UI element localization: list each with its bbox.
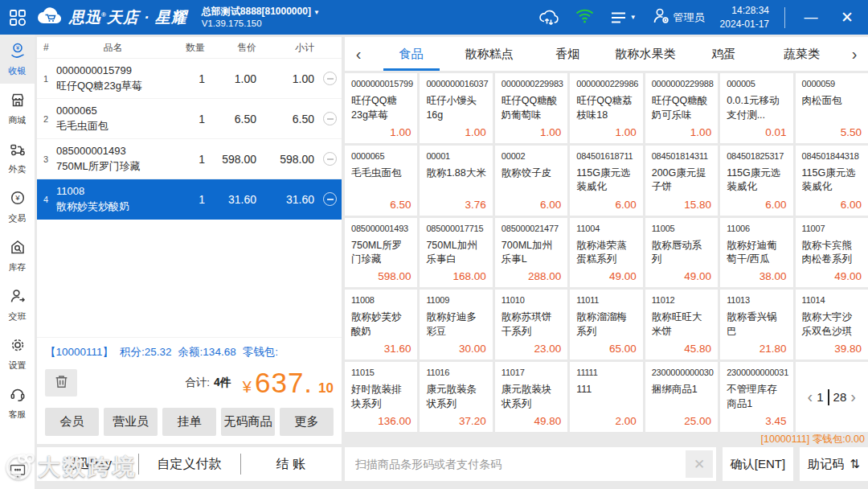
product-card[interactable]: 085000021477 700ML加州乐事L 288.00 xyxy=(495,218,567,288)
cart-row[interactable]: 1 0000000015799 旺仔QQ糖23g草莓 1 1.00 1.00 xyxy=(37,59,342,99)
sidebar-item-inventory[interactable]: 库存 xyxy=(0,231,35,280)
product-card[interactable]: 0000000229988 旺仔QQ糖酸奶可乐味 1.00 xyxy=(645,73,718,143)
product-card[interactable]: 11015 好时散装排块系列 136.00 xyxy=(345,362,417,432)
product-code: 0000000229983 xyxy=(502,79,561,88)
sidebar-item-shift[interactable]: 交班 xyxy=(0,280,35,329)
clear-cart-button[interactable] xyxy=(45,369,77,397)
remove-item-icon[interactable] xyxy=(323,72,337,85)
category-tab[interactable]: 散称水果类 xyxy=(607,37,685,71)
product-card[interactable]: 11017 康元散装块状系列 49.80 xyxy=(495,362,567,432)
product-card[interactable]: 085000001493 750ML所罗门珍藏 598.00 xyxy=(345,218,417,288)
product-card[interactable]: 0000065 毛毛虫面包 6.50 xyxy=(345,146,417,216)
remove-item-icon[interactable] xyxy=(323,112,337,125)
product-card[interactable]: 000005 0.0.1元移动支付测... 0.01 xyxy=(720,73,792,143)
category-tab[interactable]: 散称糕点 xyxy=(450,37,528,71)
product-card[interactable]: 11016 康元散装条状系列 37.20 xyxy=(420,362,492,432)
product-card[interactable]: 0000000229986 旺仔QQ糖荔枝味18 1.00 xyxy=(570,73,642,143)
product-code: 2300000000031 xyxy=(727,368,786,377)
time-label: 14:28:34 xyxy=(720,4,769,17)
action-button[interactable]: 营业员 xyxy=(104,408,158,436)
remove-item-icon[interactable] xyxy=(323,192,337,206)
product-card[interactable]: 11008 散称妙芙炒酸奶 31.60 xyxy=(345,290,417,360)
page-next-icon[interactable]: › xyxy=(850,388,856,406)
action-button[interactable]: 挂单 xyxy=(162,408,216,436)
product-card[interactable]: 11009 散称好迪多彩豆 30.00 xyxy=(420,290,492,360)
tabs-next-icon[interactable]: › xyxy=(841,37,868,71)
product-card[interactable]: 11014 散称大宇沙乐双色沙琪 39.80 xyxy=(796,290,868,360)
action-button[interactable]: 会员 xyxy=(45,408,99,436)
cart-row[interactable]: 2 0000065 毛毛虫面包 1 6.50 6.50 xyxy=(37,99,342,139)
product-name: 散称港荣蒸蛋糕系列 xyxy=(576,239,636,267)
product-card[interactable]: 11111 111 2.00 xyxy=(570,362,642,432)
remove-item-icon[interactable] xyxy=(323,152,337,166)
product-card[interactable]: 0000000229983 旺仔QQ糖酸奶葡萄味 1.00 xyxy=(495,73,567,143)
clear-input-icon[interactable]: ✕ xyxy=(686,450,713,478)
product-card[interactable]: 11006 散称好迪葡萄干/西瓜 38.00 xyxy=(720,218,792,288)
sidebar-item-settings[interactable]: 设置 xyxy=(0,329,35,378)
product-name: 散称旺旺大米饼 xyxy=(652,310,711,339)
category-tab[interactable]: 蔬菜类 xyxy=(763,37,841,71)
store-selector[interactable]: 总部测试8888[81000000]▼ V1.39.175.150 xyxy=(202,6,320,29)
product-card[interactable]: 084501814311 200G康元提子饼 15.80 xyxy=(645,146,718,216)
sidebar-item-trade[interactable]: ¥ 交易 xyxy=(0,182,35,231)
cart-panel: # 品名 数量 售价 小计 1 0000000015799 旺仔QQ糖23g草莓… xyxy=(37,37,342,444)
product-card[interactable]: 11011 散称溜溜梅系列 65.00 xyxy=(570,290,642,360)
sidebar-item-cashier[interactable]: ¥ 收银 xyxy=(0,35,35,84)
product-card[interactable]: 084501825317 115G康元选装威化 6.00 xyxy=(720,146,792,216)
category-tab[interactable]: 鸡蛋 xyxy=(685,37,763,71)
close-button[interactable]: ✕ xyxy=(837,8,858,27)
product-card[interactable]: 00001 散称1.88大米 3.76 xyxy=(420,146,492,216)
product-name: 散称大宇沙乐双色沙琪 xyxy=(802,310,862,339)
sidebar-item-support[interactable]: 客服 xyxy=(0,378,35,427)
product-price: 0.01 xyxy=(765,126,786,138)
payment-option[interactable]: 自定义付款 xyxy=(138,447,240,481)
scan-input[interactable] xyxy=(345,447,716,481)
payment-option[interactable]: 结 账 xyxy=(240,447,342,481)
tabs-prev-icon[interactable]: ‹ xyxy=(345,37,372,71)
admin-user[interactable]: 管理员 xyxy=(652,6,705,28)
admin-label: 管理员 xyxy=(674,10,705,25)
product-card[interactable]: 00002 散称饺子皮 6.00 xyxy=(495,146,567,216)
task-list-icon[interactable]: ▼ xyxy=(610,10,637,25)
admin-user-icon xyxy=(652,6,670,28)
product-price: 168.00 xyxy=(453,270,486,282)
sidebar-item-mall[interactable]: 商城 xyxy=(0,84,35,133)
product-card[interactable]: 085000017715 750ML加州乐事白 168.00 xyxy=(420,218,492,288)
payment-option[interactable]: 思迅Pay xyxy=(37,447,138,481)
page-prev-icon[interactable]: ‹ xyxy=(808,388,813,406)
product-card[interactable]: 2300000000031 不管理库存商品1 3.45 xyxy=(720,362,792,432)
product-name: 散称好迪多彩豆 xyxy=(426,310,485,339)
member-balance: 余额:134.68 xyxy=(178,346,236,358)
product-card[interactable]: 11013 散称香兴锅巴 21.80 xyxy=(720,290,792,360)
product-name: 散称卡宾熊肉松卷系列 xyxy=(802,239,862,267)
cart-row[interactable]: 3 085000001493 750ML所罗门珍藏 1 598.00 598.0… xyxy=(37,139,342,179)
mnemonic-button[interactable]: 助记码 ⇅ xyxy=(800,447,868,481)
action-button[interactable]: 更多 xyxy=(280,408,334,436)
customer-display-icon[interactable] xyxy=(8,462,27,483)
confirm-button[interactable]: 确认[ENT] xyxy=(723,447,793,481)
product-card[interactable]: 11005 散称唇动系列 49.00 xyxy=(645,218,718,288)
product-card[interactable]: 2300000000030 捆绑商品1 25.00 xyxy=(645,362,718,432)
svg-text:¥: ¥ xyxy=(15,44,19,51)
product-card[interactable]: 0000000015799 旺仔QQ糖23g草莓 1.00 xyxy=(345,73,417,143)
cloud-sync-icon[interactable] xyxy=(538,8,559,27)
product-price: 25.00 xyxy=(684,415,711,427)
minimize-button[interactable]: — xyxy=(800,10,821,26)
product-card[interactable]: 11004 散称港荣蒸蛋糕系列 49.00 xyxy=(570,218,642,288)
product-card[interactable]: 084501618711 115G康元选装威化 6.00 xyxy=(570,146,642,216)
action-button[interactable]: 无码商品 xyxy=(221,408,275,436)
product-card[interactable]: 11007 散称卡宾熊肉松卷系列 49.00 xyxy=(796,218,868,288)
category-tab[interactable]: 食品 xyxy=(372,37,450,71)
cart-row[interactable]: 4 11008 散称妙芙炒酸奶 1 31.60 31.60 xyxy=(37,179,342,220)
sidebar-item-takeout[interactable]: 外卖 xyxy=(0,133,35,182)
product-card[interactable]: 11010 散称苏琪饼干系列 23.00 xyxy=(495,290,567,360)
product-card[interactable]: 11012 散称旺旺大米饼 45.80 xyxy=(645,290,718,360)
product-card[interactable]: 0000059 肉松面包 5.50 xyxy=(796,73,868,143)
apps-grid-icon[interactable] xyxy=(9,9,27,27)
product-name: 散称唇动系列 xyxy=(652,239,711,267)
product-card[interactable]: 084501844318 115G康元选装威化 6.00 xyxy=(796,146,868,216)
product-card[interactable]: 0000000016037 旺仔小馒头16g 1.00 xyxy=(420,73,492,143)
item-price: 1.00 xyxy=(205,72,256,85)
category-tab[interactable]: 香烟 xyxy=(528,37,606,71)
product-code: 0000065 xyxy=(351,151,411,161)
